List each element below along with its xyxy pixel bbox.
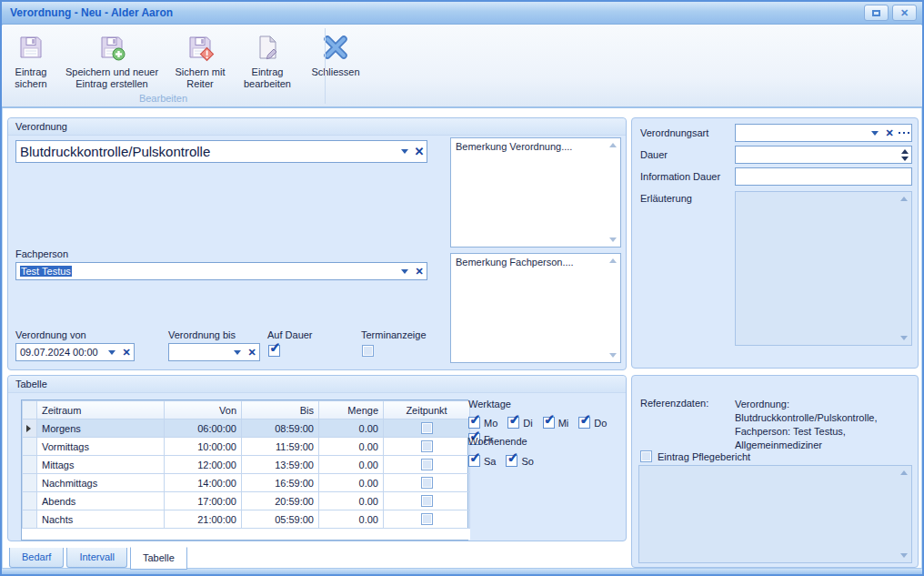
zeitpunkt-checkbox[interactable]: ✓ <box>421 459 433 470</box>
zeitpunkt-checkbox[interactable]: ✓ <box>421 513 433 525</box>
scroll-up-icon[interactable] <box>900 197 908 201</box>
scroll-down-icon[interactable] <box>900 553 908 558</box>
zeitraum-cell[interactable]: Nachmittags <box>37 474 165 492</box>
terminanzeige-checkbox[interactable]: ✓ <box>362 345 374 357</box>
wochenende-sa-checkbox[interactable]: ✓ <box>468 455 480 467</box>
toolbar-button-0[interactable]: Eintrag sichern <box>5 30 56 92</box>
toolbar-button-2[interactable]: Sichern mit Reiter <box>167 30 233 92</box>
row-selector-cell[interactable] <box>23 474 37 492</box>
table-row[interactable]: Morgens 06:00:00 08:59:00 0.00 ✓ <box>23 419 470 438</box>
menge-cell[interactable]: 0.00 <box>319 438 384 456</box>
spin-down-icon[interactable] <box>901 157 909 161</box>
zeitraum-cell[interactable]: Mittags <box>37 456 165 474</box>
menge-cell[interactable]: 0.00 <box>319 510 384 529</box>
chevron-down-icon[interactable] <box>397 269 412 274</box>
row-selector-cell[interactable] <box>23 492 37 510</box>
table-row[interactable]: Mittags 12:00:00 13:59:00 0.00 ✓ <box>23 456 470 474</box>
table-row[interactable]: Vormittags 10:00:00 11:59:00 0.00 ✓ <box>23 438 470 456</box>
toolbar-button-1[interactable]: Speichern und neuer Eintrag erstellen <box>56 30 167 92</box>
tab-tabelle[interactable]: Tabelle <box>130 547 187 570</box>
zeitpunkt-cell[interactable]: ✓ <box>384 456 470 474</box>
fachperson-select[interactable]: Test Testus ✕ <box>15 262 427 280</box>
column-header[interactable]: Bis <box>242 401 319 419</box>
chevron-down-icon[interactable] <box>868 131 882 136</box>
bis-cell[interactable]: 16:59:00 <box>242 474 319 492</box>
menge-cell[interactable]: 0.00 <box>319 419 384 438</box>
eintrag-pflegebericht-checkbox[interactable]: ✓ <box>640 450 652 462</box>
chevron-down-icon[interactable] <box>230 350 245 355</box>
scroll-up-icon[interactable] <box>900 470 908 475</box>
menge-cell[interactable]: 0.00 <box>319 474 384 492</box>
chevron-down-icon[interactable] <box>105 350 119 355</box>
clear-icon[interactable]: ✕ <box>245 347 259 359</box>
werktag-mi-checkbox[interactable]: ✓ <box>543 417 555 429</box>
zeitpunkt-cell[interactable]: ✓ <box>384 474 470 492</box>
zeitpunkt-checkbox[interactable]: ✓ <box>421 440 433 452</box>
clear-icon[interactable]: ✕ <box>412 266 427 278</box>
clear-icon[interactable]: ✕ <box>412 145 427 158</box>
scroll-down-icon[interactable] <box>609 237 617 242</box>
title-bar[interactable]: Verordnung - Neu - Alder Aaron ✕ <box>2 2 922 25</box>
zeitraum-cell[interactable]: Abends <box>37 492 165 510</box>
auf-dauer-checkbox[interactable]: ✓ <box>268 345 280 357</box>
zeitraum-cell[interactable]: Vormittags <box>37 438 165 456</box>
clear-icon[interactable]: ✕ <box>119 347 134 359</box>
von-cell[interactable]: 17:00:00 <box>165 492 242 510</box>
table-row[interactable]: Abends 17:00:00 20:59:00 0.00 ✓ <box>23 492 470 510</box>
row-selector-cell[interactable] <box>23 438 37 456</box>
werktag-do-checkbox[interactable]: ✓ <box>578 417 590 429</box>
dauer-stepper[interactable] <box>735 146 912 164</box>
verordnung-select[interactable]: Blutdruckkontrolle/Pulskontrolle ✕ <box>15 140 427 163</box>
scroll-down-icon[interactable] <box>900 336 908 340</box>
chevron-down-icon[interactable] <box>397 149 412 154</box>
zeitpunkt-cell[interactable]: ✓ <box>384 419 470 438</box>
row-selector-cell[interactable] <box>23 456 37 474</box>
zeitpunkt-cell[interactable]: ✓ <box>384 438 470 456</box>
table-row[interactable]: Nachmittags 14:00:00 16:59:00 0.00 ✓ <box>23 474 470 492</box>
von-cell[interactable]: 06:00:00 <box>165 419 242 438</box>
clear-icon[interactable]: ✕ <box>882 127 897 139</box>
toolbar-button-4[interactable]: Schliessen <box>302 30 369 80</box>
pflegebericht-textarea[interactable] <box>638 465 912 563</box>
bis-cell[interactable]: 05:59:00 <box>242 510 319 529</box>
table-row[interactable]: Nachts 21:00:00 05:59:00 0.00 ✓ <box>23 510 470 529</box>
wochenende-so-checkbox[interactable]: ✓ <box>506 455 517 467</box>
ellipsis-icon[interactable] <box>897 132 911 134</box>
column-header[interactable]: Von <box>165 401 242 419</box>
zeitraum-cell[interactable]: Nachts <box>37 510 165 529</box>
von-cell[interactable]: 12:00:00 <box>165 456 242 474</box>
column-header[interactable]: Menge <box>319 401 384 419</box>
menge-cell[interactable]: 0.00 <box>319 492 384 510</box>
tab-bedarf[interactable]: Bedarf <box>9 548 64 568</box>
von-cell[interactable]: 21:00:00 <box>165 510 242 529</box>
maximize-button[interactable] <box>864 5 889 21</box>
bis-cell[interactable]: 08:59:00 <box>242 419 319 438</box>
column-header[interactable]: Zeitpunkt <box>384 401 470 419</box>
toolbar-button-3[interactable]: Eintrag bearbeiten <box>233 30 302 92</box>
tab-intervall[interactable]: Intervall <box>66 548 127 568</box>
verordnung-von-field[interactable]: 09.07.2024 00:00 ✕ <box>15 343 135 361</box>
column-header[interactable]: Zeitraum <box>37 401 165 419</box>
werktag-di-checkbox[interactable]: ✓ <box>507 417 519 429</box>
bis-cell[interactable]: 20:59:00 <box>242 492 319 510</box>
menge-cell[interactable]: 0.00 <box>319 456 384 474</box>
zeitpunkt-cell[interactable]: ✓ <box>384 492 470 510</box>
von-cell[interactable]: 10:00:00 <box>165 438 242 456</box>
bis-cell[interactable]: 13:59:00 <box>242 456 319 474</box>
spin-up-icon[interactable] <box>901 149 909 154</box>
scroll-up-icon[interactable] <box>609 143 617 147</box>
zeitpunkt-checkbox[interactable]: ✓ <box>421 477 433 489</box>
scroll-down-icon[interactable] <box>609 353 617 358</box>
bemerkung-verordnung-textarea[interactable]: Bemerkung Verordnung.... <box>450 137 621 248</box>
zeitpunkt-checkbox[interactable]: ✓ <box>421 422 433 434</box>
verordnungsart-select[interactable]: ✕ <box>735 124 912 142</box>
close-button[interactable]: ✕ <box>892 5 917 21</box>
erlaeuterung-textarea[interactable] <box>735 191 912 346</box>
scroll-up-icon[interactable] <box>609 258 617 263</box>
zeitpunkt-cell[interactable]: ✓ <box>384 510 470 529</box>
von-cell[interactable]: 14:00:00 <box>165 474 242 492</box>
row-selector-cell[interactable] <box>23 419 37 438</box>
verordnung-bis-field[interactable]: ✕ <box>168 343 260 361</box>
bis-cell[interactable]: 11:59:00 <box>242 438 319 456</box>
zeitraum-cell[interactable]: Morgens <box>37 419 165 438</box>
